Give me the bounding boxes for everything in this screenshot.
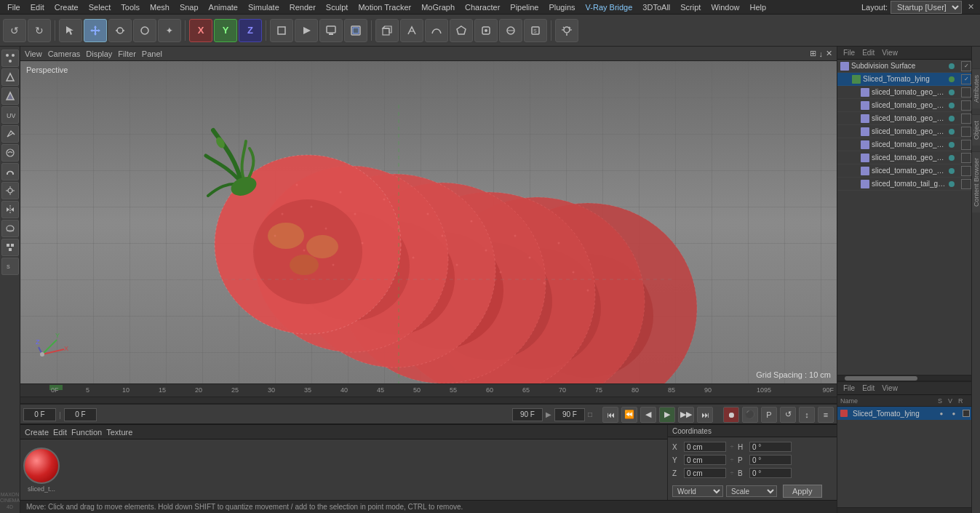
viewport-panel-menu[interactable]: Panel (142, 49, 162, 58)
geo007-vis[interactable] (949, 129, 955, 135)
start-frame-input[interactable] (64, 408, 97, 421)
material-swatch[interactable] (23, 448, 60, 484)
viewport[interactable]: View Cameras Display Filter Panel ⊞ ↓ ✕ … (20, 47, 837, 383)
loop-btn[interactable]: ↺ (780, 407, 796, 423)
subdiv-vis-dot[interactable] (949, 63, 955, 69)
move-tool-btn[interactable] (84, 19, 107, 42)
render-btn[interactable] (295, 19, 318, 42)
uv-mode-btn[interactable]: UV (1, 106, 19, 124)
redo-btn[interactable]: ↻ (28, 19, 51, 42)
x-axis-btn[interactable]: X (189, 19, 212, 42)
menu-mesh[interactable]: Mesh (146, 1, 174, 13)
cube-btn[interactable] (375, 19, 399, 42)
menu-pipeline[interactable]: Pipeline (506, 1, 543, 13)
geo005-check[interactable] (961, 114, 971, 124)
mat-edit-menu[interactable]: Edit (53, 428, 67, 437)
spline-btn[interactable] (425, 19, 448, 42)
model-mode-btn[interactable] (270, 19, 293, 42)
menu-select[interactable]: Select (84, 1, 116, 13)
points-mode-btn[interactable] (1, 49, 19, 67)
geo002-vis[interactable] (949, 142, 955, 148)
obj-view-menu[interactable]: View (880, 49, 899, 57)
geo006-vis[interactable] (949, 155, 955, 161)
menu-help[interactable]: Help (746, 1, 771, 13)
tomato-lying-check[interactable]: ✓ (961, 74, 971, 84)
obj-file-menu[interactable]: File (842, 49, 856, 57)
pos-z-input[interactable] (684, 468, 726, 478)
menu-render[interactable]: Render (285, 1, 320, 13)
sculpt-btn[interactable] (1, 144, 19, 162)
rot-h-input[interactable] (749, 442, 792, 452)
obj-geo-002[interactable]: sliced_tomato_geo_2_002 (837, 138, 971, 151)
tomato-lying-vis[interactable] (949, 76, 955, 82)
menu-mograph[interactable]: MoGraph (417, 1, 459, 13)
pos-key-btn[interactable]: P (761, 407, 777, 423)
menu-animate[interactable]: Animate (204, 1, 242, 13)
apply-button[interactable]: Apply (783, 485, 822, 498)
horizontal-scroll[interactable] (837, 507, 971, 513)
field-btn[interactable] (474, 19, 498, 42)
viewport-display-menu[interactable]: Display (86, 49, 112, 58)
obj-geo-007[interactable]: sliced_tomato_geo_2_007 (837, 125, 971, 138)
geo007-check[interactable] (961, 127, 971, 137)
pen-tool-btn[interactable] (400, 19, 423, 42)
edges-mode-btn[interactable] (1, 68, 19, 86)
menu-snap[interactable]: Snap (175, 1, 203, 13)
autokey-btn[interactable]: ⚫ (742, 407, 758, 423)
obj-tail-geo[interactable]: sliced_tomato_tail_geo_2 (837, 178, 971, 191)
geo004-vis[interactable] (949, 103, 955, 108)
obj-geo-001[interactable]: sliced_tomato_geo_2_001 (837, 164, 971, 178)
obj-geo-004[interactable]: sliced_tomato_geo_2_004 (837, 99, 971, 112)
y-axis-btn[interactable]: Y (214, 19, 237, 42)
menu-sculpt[interactable]: Sculpt (322, 1, 353, 13)
viewport-filter-menu[interactable]: Filter (118, 49, 135, 58)
viewport-minimize[interactable]: ↓ (819, 49, 824, 58)
bot-file-menu[interactable]: File (842, 384, 856, 392)
mirror-btn[interactable] (1, 201, 19, 218)
menu-plugins[interactable]: Plugins (544, 1, 579, 13)
viewport-cameras-menu[interactable]: Cameras (48, 49, 81, 58)
tail-vis[interactable] (949, 181, 955, 187)
obj-sliced-tomato-lying[interactable]: Sliced_Tomato_lying ✓ (837, 73, 971, 86)
viewport-view-menu[interactable]: View (25, 49, 42, 58)
menu-simulate[interactable]: Simulate (244, 1, 284, 13)
z-axis-btn[interactable]: Z (239, 19, 262, 42)
viewport-close[interactable]: ✕ (826, 49, 832, 58)
object-tab[interactable]: Object (972, 114, 981, 146)
menu-motion-tracker[interactable]: Motion Tracker (354, 1, 415, 13)
goto-start-btn[interactable]: ⏮ (602, 407, 618, 423)
geo002-check[interactable] (961, 140, 971, 150)
geo003-check[interactable] (961, 87, 971, 98)
rot-p-input[interactable] (749, 455, 792, 465)
view-btn[interactable]: S (1, 258, 19, 275)
geo004-check[interactable] (961, 100, 971, 111)
scroll-indicator[interactable] (837, 375, 971, 381)
obj-geo-005[interactable]: sliced_tomato_geo_2_005 (837, 112, 971, 125)
menu-script[interactable]: Script (676, 1, 705, 13)
scale-tool-btn[interactable] (108, 19, 132, 42)
rot-b-input[interactable] (749, 468, 792, 478)
mograph2-btn[interactable] (1, 239, 19, 256)
timeline-settings-btn[interactable]: ≡ (818, 407, 834, 423)
bot-view-menu[interactable]: View (880, 384, 899, 392)
attributes-tab[interactable]: Attributes (972, 68, 981, 108)
tail-check[interactable] (961, 179, 971, 189)
polygon-btn[interactable] (450, 19, 473, 42)
render-settings-btn[interactable] (319, 19, 343, 42)
record-btn[interactable]: ⏺ (723, 407, 739, 423)
geo005-vis[interactable] (949, 116, 955, 122)
next-key-btn[interactable]: ▶▶ (678, 407, 694, 423)
magnet-btn[interactable] (1, 163, 19, 180)
geo001-vis[interactable] (949, 168, 955, 174)
play-btn[interactable]: ▶ (659, 407, 675, 423)
scale-dropdown[interactable]: Scale (726, 485, 777, 497)
menu-3dtoall[interactable]: 3DToAll (638, 1, 674, 13)
obj-geo-006[interactable]: sliced_tomato_geo_2_006 (837, 151, 971, 164)
next-frame-btn[interactable]: ⏭ (697, 407, 713, 423)
close-btn[interactable]: ✕ (965, 2, 977, 12)
prev-frame-btn[interactable]: ⏪ (621, 407, 637, 423)
obj-edit-menu[interactable]: Edit (861, 49, 876, 57)
mat-create-menu[interactable]: Create (25, 428, 49, 437)
layout-dropdown[interactable]: Startup [User] (891, 1, 962, 14)
pos-y-input[interactable] (684, 455, 726, 465)
